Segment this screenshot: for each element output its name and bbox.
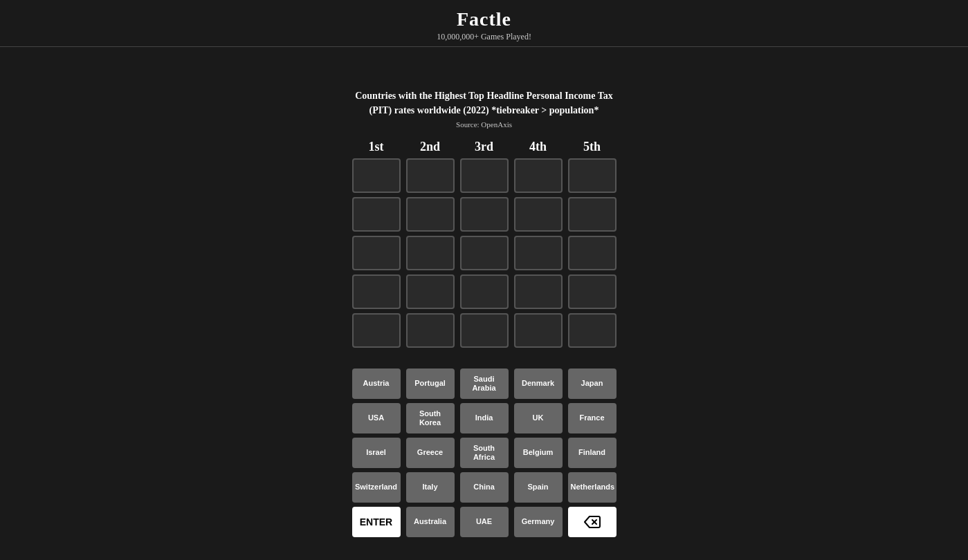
answer-row-1: Austria Portugal Saudi Arabia Denmark Ja… [352, 368, 617, 399]
grid-cell-2-2 [406, 197, 455, 232]
btn-austria[interactable]: Austria [352, 368, 401, 399]
grid-cell-3-2 [406, 236, 455, 270]
btn-saudi-arabia[interactable]: Saudi Arabia [460, 368, 509, 399]
btn-south-korea[interactable]: South Korea [406, 403, 455, 433]
grid-cell-1-4 [514, 158, 563, 193]
answer-row-5: ENTER Australia UAE Germany [352, 507, 617, 537]
grid-cell-1-1 [352, 158, 401, 193]
grid-cell-1-5 [568, 158, 617, 193]
grid-cell-3-1 [352, 236, 401, 270]
btn-australia[interactable]: Australia [406, 507, 455, 537]
backspace-icon [584, 514, 601, 530]
answer-row-4: Switzerland Italy China Spain Netherland… [352, 472, 617, 503]
grid-cell-4-1 [352, 274, 401, 309]
grid-cell-5-2 [406, 313, 455, 348]
site-header: Factle 10,000,000+ Games Played! [0, 0, 968, 47]
btn-china[interactable]: China [460, 472, 509, 503]
btn-uae[interactable]: UAE [460, 507, 509, 537]
site-subtitle: 10,000,000+ Games Played! [0, 32, 968, 42]
col-header-2: 2nd [406, 140, 455, 154]
column-headers: 1st 2nd 3rd 4th 5th [352, 140, 617, 154]
enter-button[interactable]: ENTER [352, 507, 401, 537]
btn-japan[interactable]: Japan [568, 368, 617, 399]
grid-cell-5-1 [352, 313, 401, 348]
btn-usa[interactable]: USA [352, 403, 401, 433]
grid-cell-4-2 [406, 274, 455, 309]
col-header-1: 1st [352, 140, 401, 154]
site-title: Factle [0, 8, 968, 30]
btn-switzerland[interactable]: Switzerland [352, 472, 401, 503]
grid-cell-5-5 [568, 313, 617, 348]
btn-portugal[interactable]: Portugal [406, 368, 455, 399]
grid-cell-5-4 [514, 313, 563, 348]
col-header-5: 5th [568, 140, 617, 154]
btn-belgium[interactable]: Belgium [514, 438, 563, 468]
col-header-3: 3rd [460, 140, 509, 154]
grid-cell-5-3 [460, 313, 509, 348]
question-source: Source: OpenAxis [456, 120, 512, 129]
grid-cell-4-5 [568, 274, 617, 309]
grid-row-2 [352, 197, 617, 232]
guess-grid [352, 158, 617, 348]
main-content: Countries with the Highest Top Headline … [0, 88, 968, 544]
btn-india[interactable]: India [460, 403, 509, 433]
grid-row-4 [352, 274, 617, 309]
grid-row-1 [352, 158, 617, 193]
grid-cell-3-5 [568, 236, 617, 270]
btn-denmark[interactable]: Denmark [514, 368, 563, 399]
grid-cell-3-3 [460, 236, 509, 270]
grid-cell-1-3 [460, 158, 509, 193]
btn-finland[interactable]: Finland [568, 438, 617, 468]
grid-cell-4-4 [514, 274, 563, 309]
btn-italy[interactable]: Italy [406, 472, 455, 503]
answer-row-3: Israel Greece South Africa Belgium Finla… [352, 438, 617, 468]
col-header-4: 4th [514, 140, 563, 154]
btn-spain[interactable]: Spain [514, 472, 563, 503]
grid-cell-2-3 [460, 197, 509, 232]
grid-cell-4-3 [460, 274, 509, 309]
btn-uk[interactable]: UK [514, 403, 563, 433]
grid-cell-2-4 [514, 197, 563, 232]
btn-france[interactable]: France [568, 403, 617, 433]
grid-row-3 [352, 236, 617, 270]
answer-row-2: USA South Korea India UK France [352, 403, 617, 433]
btn-germany[interactable]: Germany [514, 507, 563, 537]
grid-cell-1-2 [406, 158, 455, 193]
btn-israel[interactable]: Israel [352, 438, 401, 468]
btn-greece[interactable]: Greece [406, 438, 455, 468]
grid-cell-2-5 [568, 197, 617, 232]
btn-netherlands[interactable]: Netherlands [568, 472, 617, 503]
backspace-button[interactable] [568, 507, 617, 537]
btn-south-africa[interactable]: South Africa [460, 438, 509, 468]
grid-row-5 [352, 313, 617, 348]
grid-cell-2-1 [352, 197, 401, 232]
answer-keyboard: Austria Portugal Saudi Arabia Denmark Ja… [352, 368, 617, 537]
grid-cell-3-4 [514, 236, 563, 270]
question-title: Countries with the Highest Top Headline … [353, 88, 616, 118]
